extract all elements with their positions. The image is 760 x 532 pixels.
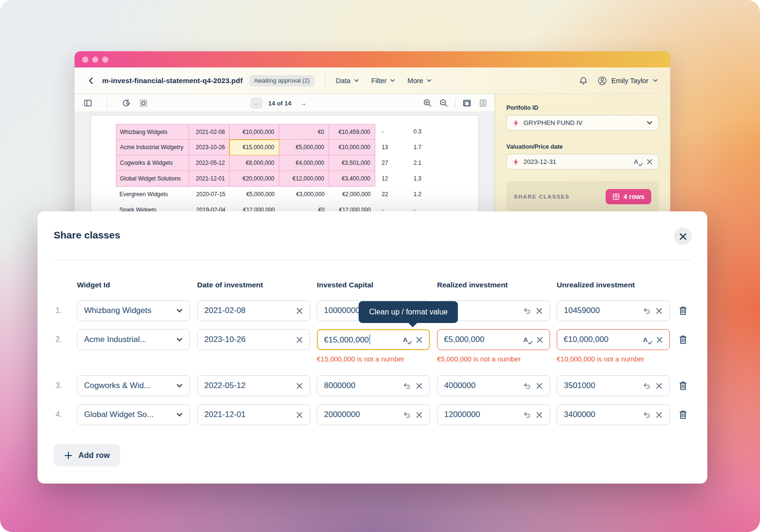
valuation-date-label: Valuation/Price date bbox=[506, 143, 659, 150]
delete-row-button[interactable] bbox=[678, 404, 691, 425]
format-value-icon[interactable]: A bbox=[643, 336, 651, 343]
rotate-icon[interactable] bbox=[122, 98, 131, 108]
portfolio-id-select[interactable]: GRYPHEN FUND IV bbox=[506, 115, 659, 131]
desktop-background: m-invest-financial-statement-q4-2023.pdf… bbox=[0, 0, 760, 532]
bell-icon[interactable] bbox=[579, 76, 588, 86]
format-value-icon[interactable]: A bbox=[523, 336, 532, 343]
table-row[interactable]: Evergreen Widgets 2020-07-15 €5,000,000 … bbox=[116, 187, 433, 202]
clear-icon[interactable] bbox=[296, 336, 303, 343]
layout-two-page-icon[interactable] bbox=[462, 98, 472, 108]
undo-icon[interactable] bbox=[643, 307, 651, 315]
clear-icon[interactable] bbox=[536, 336, 543, 343]
column-header-date: Date of investment bbox=[197, 281, 263, 289]
status-badge: Awaiting approval (2) bbox=[249, 75, 314, 86]
share-classes-panel: SHARE CLASSES 4 rows bbox=[506, 181, 659, 212]
widget-id-select[interactable]: Acme Industrial... bbox=[77, 329, 190, 350]
prev-page-button[interactable]: ← bbox=[250, 97, 263, 109]
select-region-icon[interactable] bbox=[139, 98, 148, 108]
add-row-button[interactable]: Add row bbox=[54, 444, 120, 466]
format-value-icon[interactable]: A bbox=[634, 158, 642, 165]
selected-cell[interactable]: €15,000,000 bbox=[229, 140, 279, 155]
clear-icon[interactable] bbox=[416, 411, 423, 418]
window-titlebar bbox=[75, 51, 670, 67]
date-field[interactable]: 2022-05-12 bbox=[197, 375, 310, 396]
cleanup-tooltip: Clean up / format value bbox=[359, 301, 458, 323]
zoom-out-icon[interactable] bbox=[439, 98, 448, 108]
clear-icon[interactable] bbox=[296, 411, 303, 418]
share-class-row: 2. Acme Industrial... 2023-10-26 €15,000… bbox=[38, 329, 707, 350]
clear-icon[interactable] bbox=[536, 382, 543, 390]
window-maximize-dot[interactable] bbox=[102, 57, 108, 63]
date-field[interactable]: 2023-10-26 bbox=[197, 329, 310, 350]
viewer-toolbar: ← 14 of 14 → bbox=[75, 94, 494, 112]
menu-data[interactable]: Data bbox=[336, 77, 359, 85]
delete-row-button[interactable] bbox=[678, 329, 691, 350]
clear-icon[interactable] bbox=[656, 336, 663, 343]
undo-icon[interactable] bbox=[523, 307, 531, 315]
trash-icon bbox=[678, 380, 688, 391]
unrealized-investment-field[interactable]: 3501000 bbox=[557, 375, 670, 396]
delete-row-button[interactable] bbox=[678, 375, 691, 396]
undo-icon[interactable] bbox=[403, 411, 411, 419]
error-realized: €5,000,000 is not a number bbox=[437, 355, 556, 363]
next-page-button[interactable]: → bbox=[297, 97, 309, 109]
clear-icon[interactable] bbox=[646, 159, 653, 165]
error-unrealized: €10,000,000 is not a number bbox=[557, 355, 675, 363]
clear-icon[interactable] bbox=[416, 382, 423, 390]
widget-id-select[interactable]: Global Widget So... bbox=[77, 404, 190, 425]
unrealized-investment-field[interactable]: 3400000 bbox=[557, 404, 670, 425]
realized-investment-field[interactable]: 12000000 bbox=[437, 404, 550, 425]
invested-capital-field[interactable]: 20000000 bbox=[317, 404, 430, 425]
clear-icon[interactable] bbox=[656, 382, 663, 390]
undo-icon[interactable] bbox=[403, 382, 411, 390]
zoom-in-icon[interactable] bbox=[423, 98, 432, 108]
window-minimize-dot[interactable] bbox=[92, 57, 98, 63]
table-row[interactable]: Cogworks & Widgets 2022-05-12 €8,000,000… bbox=[116, 155, 433, 171]
table-row[interactable]: Acme Industrial Widgetry 2023-10-26 €15,… bbox=[116, 140, 433, 155]
realized-investment-field-invalid[interactable]: €5,000,000 A bbox=[437, 329, 550, 350]
table-row[interactable]: Whizbang Widgets 2021-02-08 €10,000,000 … bbox=[116, 124, 433, 140]
undo-icon[interactable] bbox=[643, 382, 651, 390]
close-icon bbox=[679, 233, 687, 240]
clear-icon[interactable] bbox=[656, 411, 663, 418]
date-field[interactable]: 2021-12-01 bbox=[197, 404, 310, 425]
clear-icon[interactable] bbox=[416, 336, 423, 343]
unrealized-investment-field[interactable]: 10459000 bbox=[557, 300, 670, 321]
clear-icon[interactable] bbox=[296, 382, 303, 390]
invested-capital-field[interactable]: 8000000 bbox=[317, 375, 430, 396]
undo-icon[interactable] bbox=[523, 382, 531, 390]
table-row[interactable]: Global Widget Solutions 2021-12-01 €20,0… bbox=[116, 171, 433, 187]
chevron-down-icon bbox=[427, 78, 432, 83]
header-divider bbox=[325, 75, 325, 87]
row-number: 1. bbox=[56, 300, 72, 321]
widget-id-select[interactable]: Cogworks & Wid... bbox=[77, 375, 190, 396]
text-cursor bbox=[370, 334, 370, 344]
date-field[interactable]: 2021-02-08 bbox=[197, 300, 310, 321]
realized-investment-field[interactable]: 4000000 bbox=[437, 375, 550, 396]
rows-count-button[interactable]: 4 rows bbox=[606, 189, 651, 204]
clear-icon[interactable] bbox=[296, 307, 303, 314]
window-close-dot[interactable] bbox=[82, 57, 88, 63]
clear-icon[interactable] bbox=[536, 307, 543, 314]
column-header-realized: Realized investment bbox=[437, 281, 508, 289]
unrealized-investment-field-invalid[interactable]: €10,000,000 A bbox=[557, 329, 670, 350]
widget-id-select[interactable]: Whizbang Widgets bbox=[77, 300, 190, 321]
undo-icon[interactable] bbox=[643, 411, 651, 419]
sidebar-toggle-icon[interactable] bbox=[83, 98, 93, 108]
page-indicator: 14 of 14 bbox=[268, 100, 291, 107]
undo-icon[interactable] bbox=[523, 411, 531, 419]
back-icon[interactable] bbox=[87, 76, 95, 85]
clear-icon[interactable] bbox=[536, 411, 543, 418]
clear-icon[interactable] bbox=[656, 307, 663, 314]
toolbar-divider bbox=[455, 98, 456, 108]
delete-row-button[interactable] bbox=[678, 300, 691, 321]
portfolio-id-value: GRYPHEN FUND IV bbox=[523, 119, 642, 126]
user-menu[interactable]: Emily Taylor bbox=[598, 76, 658, 86]
menu-filter[interactable]: Filter bbox=[371, 77, 395, 85]
format-value-icon[interactable]: A bbox=[403, 336, 411, 343]
valuation-date-field[interactable]: 2023-12-31 A bbox=[506, 154, 659, 170]
invested-capital-field-focused[interactable]: €15,000,000 A bbox=[317, 329, 430, 350]
menu-more[interactable]: More bbox=[408, 77, 432, 85]
layout-single-page-icon[interactable] bbox=[478, 98, 488, 108]
modal-close-button[interactable] bbox=[674, 228, 692, 245]
